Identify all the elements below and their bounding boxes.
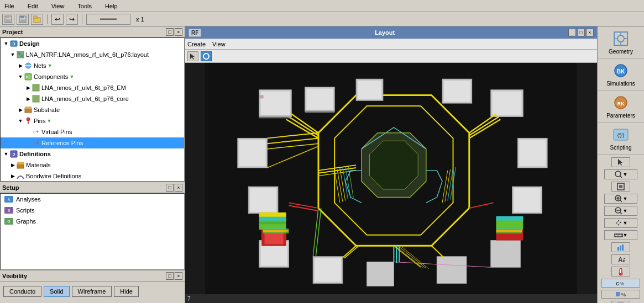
visibility-close[interactable]: ×	[175, 272, 182, 280]
layout-canvas[interactable]	[185, 63, 597, 294]
menu-view[interactable]: View	[49, 2, 67, 10]
svg-text:RK: RK	[617, 101, 625, 107]
right-zoom-btn[interactable]: ▼	[604, 169, 637, 179]
expand-bondwire[interactable]: ▶	[9, 173, 16, 179]
expand-pins[interactable]: ▼	[17, 118, 24, 124]
right-cursor-btn[interactable]	[611, 157, 630, 167]
tree-item-substrate[interactable]: ▶ Substrate	[1, 104, 184, 115]
expand-lna-core[interactable]: ▶	[25, 95, 32, 102]
tree-item-bondwire[interactable]: ▶ Bondwire Definitions	[1, 171, 184, 182]
visibility-maximize[interactable]: □	[166, 272, 174, 280]
project-maximize[interactable]: □	[166, 28, 174, 36]
svg-rect-1	[6, 16, 9, 18]
undo-button[interactable]: ↩	[51, 14, 64, 25]
layout-cursor-btn[interactable]	[187, 51, 198, 61]
setup-analyses[interactable]: A Analyses	[1, 194, 184, 205]
right-text-btn[interactable]: Aa	[611, 254, 630, 264]
right-zoomin-btn[interactable]: ▼	[604, 194, 637, 204]
svg-rect-90	[259, 221, 286, 224]
expand-lna-em[interactable]: ▶	[25, 84, 32, 91]
svg-text:S: S	[8, 209, 11, 212]
layout-menu-view[interactable]: View	[212, 41, 226, 47]
project-close[interactable]: ×	[175, 28, 182, 36]
menu-help[interactable]: Help	[103, 2, 120, 10]
visibility-panel: Visibility □ × Conducto Solid Wireframe …	[0, 270, 185, 303]
graphs-label: Graphs	[16, 218, 36, 225]
vis-btn-hide[interactable]: Hide	[114, 286, 139, 297]
setup-tree[interactable]: A Analyses S Scripts G Graphs	[0, 193, 185, 270]
setup-scripts[interactable]: S Scripts	[1, 205, 184, 216]
layout-close[interactable]: ×	[586, 29, 594, 36]
menu-file[interactable]: File	[2, 2, 17, 10]
right-zoomout-btn[interactable]: ▼	[604, 206, 637, 216]
tree-item-lna-core[interactable]: ▶ LNA_nmos_rf_ulvt_6t_p76_core	[1, 93, 184, 104]
layout-area: RF Layout _ □ × Create View	[185, 26, 597, 303]
svg-rect-91	[259, 216, 286, 221]
vis-btn-wireframe[interactable]: Wireframe	[72, 286, 112, 297]
project-panel: Project □ × ▼ D Design	[0, 26, 185, 182]
tree-item-nets[interactable]: ▶ Nets ▼	[1, 60, 184, 71]
svg-rect-19	[25, 108, 32, 113]
tree-item-lna-layout[interactable]: ▼ LNA_N7RF:LNA_nmos_rf_ulvt_6t_p76:layou…	[1, 49, 184, 60]
main-toolbar: ↩ ↪ ━━━━━ x 1	[0, 12, 644, 26]
redo-button[interactable]: ↪	[66, 14, 78, 25]
tree-item-components[interactable]: ▼ IC Components ▼	[1, 71, 184, 82]
right-fit-btn[interactable]	[611, 182, 630, 192]
right-c-percent-btn[interactable]: C%	[601, 279, 640, 288]
tab-geometry[interactable]: Geometry	[598, 26, 644, 59]
expand-materials[interactable]: ▶	[9, 162, 16, 168]
setup-maximize[interactable]: □	[166, 184, 174, 192]
visibility-controls: □ ×	[166, 272, 182, 280]
right-component-btn[interactable]	[611, 301, 630, 303]
tree-item-definitions[interactable]: ▼ D Definitions	[1, 148, 184, 160]
svg-point-21	[27, 118, 30, 121]
setup-close[interactable]: ×	[175, 184, 182, 192]
tree-item-design[interactable]: ▼ D Design	[1, 38, 184, 49]
toolbar-open[interactable]	[31, 14, 43, 25]
expand-nets[interactable]: ▶	[17, 62, 24, 69]
expand-lna[interactable]: ▼	[9, 51, 16, 58]
tab-simulations[interactable]: BK Simulations	[598, 59, 644, 91]
vis-btn-conducto[interactable]: Conducto	[3, 286, 41, 297]
tree-item-lna-em[interactable]: ▶ LNA_nmos_rf_ulvt_6t_p76_EM	[1, 82, 184, 93]
menu-tools[interactable]: Tools	[75, 2, 94, 10]
right-thermo-btn[interactable]	[611, 267, 630, 277]
right-chart-btn[interactable]	[611, 242, 630, 252]
tree-item-ref-pins[interactable]: ○+ Reference Pins	[1, 137, 184, 148]
expand-design[interactable]: ▼	[3, 40, 9, 47]
tree-item-virtual-pins[interactable]: ○+ Virtual Pins	[1, 126, 184, 137]
expand-definitions[interactable]: ▼	[3, 151, 9, 157]
toolbar-save1[interactable]	[2, 14, 14, 25]
layout-circle-btn[interactable]	[201, 51, 212, 61]
tree-label-bondwire: Bondwire Definitions	[26, 173, 81, 179]
tab-parameters[interactable]: RK Parameters	[598, 91, 644, 123]
toolbar-save2[interactable]	[17, 14, 29, 25]
svg-rect-116	[496, 228, 522, 230]
menu-edit[interactable]: Edit	[25, 2, 40, 10]
right-pan-btn[interactable]: ▼	[604, 218, 637, 228]
svg-rect-52	[239, 140, 266, 166]
visibility-header: Visibility □ ×	[0, 270, 185, 281]
tab-scripting[interactable]: {'}'} Scripting	[598, 123, 644, 155]
layout-minimize[interactable]: _	[568, 29, 576, 36]
expand-components[interactable]: ▼	[17, 73, 24, 80]
tree-label-nets: Nets	[34, 62, 46, 69]
expand-substrate[interactable]: ▶	[17, 107, 24, 113]
vis-btn-solid[interactable]: Solid	[44, 286, 69, 297]
right-data-percent-btn[interactable]: %	[601, 290, 640, 299]
components-icon: IC	[24, 72, 33, 81]
tree-item-pins[interactable]: ▼ Pins ▼	[1, 115, 184, 126]
svg-rect-11	[18, 52, 20, 55]
right-ruler-btn[interactable]: ▼	[604, 230, 637, 240]
svg-text:C: C	[616, 281, 620, 286]
layout-menu-create[interactable]: Create	[187, 41, 206, 47]
scripts-label: Scripts	[16, 207, 35, 214]
setup-graphs[interactable]: G Graphs	[1, 216, 184, 227]
tree-item-materials[interactable]: ▶ Materials	[1, 160, 184, 171]
layout-maximize[interactable]: □	[577, 29, 585, 36]
scripting-label: Scripting	[610, 145, 632, 151]
design-icon: D	[9, 39, 18, 48]
zoom-bar[interactable]: ━━━━━	[86, 14, 130, 25]
svg-rect-147	[617, 247, 619, 251]
project-tree[interactable]: ▼ D Design ▼ LNA_N7RF	[0, 38, 185, 182]
